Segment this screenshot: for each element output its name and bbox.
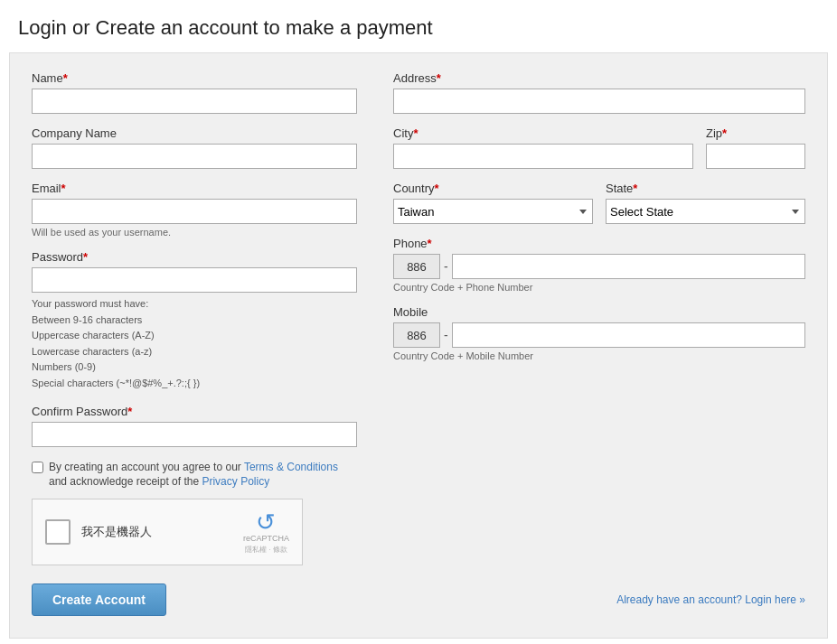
footer-row: Create Account Already have an account? … xyxy=(32,583,805,616)
phone-code-input[interactable]: 886 xyxy=(393,254,440,279)
zip-required: * xyxy=(722,126,727,140)
country-required: * xyxy=(435,182,439,195)
country-state-row: Country* Taiwan United States China Japa… xyxy=(393,182,805,237)
confirm-password-label: Confirm Password* xyxy=(32,405,357,418)
mobile-row: 886 - xyxy=(393,322,805,348)
country-label: Country* xyxy=(393,182,593,195)
recaptcha-footer: 隱私權 · 條款 xyxy=(245,545,287,555)
city-input[interactable] xyxy=(393,144,693,169)
recaptcha-checkbox[interactable] xyxy=(45,519,71,545)
company-label: Company Name xyxy=(32,126,357,140)
create-account-button[interactable]: Create Account xyxy=(32,583,166,616)
right-column: Address* City* Zip* xyxy=(393,71,805,580)
name-required: * xyxy=(63,71,68,85)
email-hint: Will be used as your username. xyxy=(32,227,357,238)
password-rules: Your password must have: Between 9-16 ch… xyxy=(32,296,357,392)
address-label: Address* xyxy=(393,71,805,85)
state-select[interactable]: Select State xyxy=(606,199,805,224)
password-label: Password* xyxy=(32,250,357,264)
address-required: * xyxy=(437,71,441,85)
mobile-hint: Country Code + Mobile Number xyxy=(393,350,805,361)
password-field-group: Password* Your password must have: Betwe… xyxy=(32,250,357,392)
phone-row: 886 - xyxy=(393,254,805,279)
login-link[interactable]: Already have an account? Login here » xyxy=(616,593,805,606)
name-label: Name* xyxy=(32,71,357,85)
page-title: Login or Create an account to make a pay… xyxy=(0,0,837,52)
name-field-group: Name* xyxy=(32,71,357,114)
phone-field-group: Phone* 886 - Country Code + Phone Number xyxy=(393,237,805,293)
phone-label: Phone* xyxy=(393,237,805,250)
password-required: * xyxy=(83,250,88,264)
privacy-link[interactable]: Privacy Policy xyxy=(202,475,269,488)
recaptcha-box[interactable]: 我不是機器人 ↺ reCAPTCHA 隱私權 · 條款 xyxy=(32,499,303,565)
city-zip-row: City* Zip* xyxy=(393,126,805,182)
recaptcha-label: 我不是機器人 xyxy=(81,524,232,540)
terms-checkbox[interactable] xyxy=(32,462,43,473)
phone-hint: Country Code + Phone Number xyxy=(393,282,805,293)
form-columns: Name* Company Name Email* Will be used a… xyxy=(32,71,805,580)
mobile-code-input[interactable]: 886 xyxy=(393,322,440,348)
city-field-group: City* xyxy=(393,126,693,169)
confirm-password-field-group: Confirm Password* xyxy=(32,405,357,447)
name-input[interactable] xyxy=(32,89,357,114)
confirm-required: * xyxy=(127,405,132,418)
recaptcha-icon: ↺ xyxy=(256,510,276,534)
mobile-number-input[interactable] xyxy=(452,322,805,348)
mobile-field-group: Mobile 886 - Country Code + Mobile Numbe… xyxy=(393,305,805,361)
zip-field-group: Zip* xyxy=(706,126,805,169)
state-label: State* xyxy=(606,182,805,195)
company-input[interactable] xyxy=(32,144,357,169)
password-input[interactable] xyxy=(32,267,357,293)
address-input[interactable] xyxy=(393,89,805,114)
zip-label: Zip* xyxy=(706,126,805,140)
address-field-group: Address* xyxy=(393,71,805,114)
phone-number-input[interactable] xyxy=(452,254,805,279)
terms-link[interactable]: Terms & Conditions xyxy=(244,461,338,473)
mobile-label: Mobile xyxy=(393,305,805,319)
phone-dash: - xyxy=(440,259,452,274)
email-label: Email* xyxy=(32,182,357,195)
country-field-group: Country* Taiwan United States China Japa… xyxy=(393,182,593,224)
email-input[interactable] xyxy=(32,199,357,224)
state-field-group: State* Select State xyxy=(606,182,805,224)
form-container: Name* Company Name Email* Will be used a… xyxy=(9,52,828,639)
zip-input[interactable] xyxy=(706,144,805,169)
state-required: * xyxy=(633,182,637,195)
city-label: City* xyxy=(393,126,693,140)
left-column: Name* Company Name Email* Will be used a… xyxy=(32,71,357,580)
terms-label: By creating an account you agree to our … xyxy=(49,460,357,490)
country-select[interactable]: Taiwan United States China Japan xyxy=(393,199,593,224)
recaptcha-brand: reCAPTCHA xyxy=(243,534,289,543)
phone-required: * xyxy=(428,237,432,250)
email-required: * xyxy=(61,182,66,195)
confirm-password-input[interactable] xyxy=(32,422,357,447)
mobile-dash: - xyxy=(440,328,452,342)
recaptcha-logo: ↺ reCAPTCHA 隱私權 · 條款 xyxy=(243,510,289,555)
company-field-group: Company Name xyxy=(32,126,357,169)
terms-checkbox-row: By creating an account you agree to our … xyxy=(32,460,357,490)
email-field-group: Email* Will be used as your username. xyxy=(32,182,357,238)
city-required: * xyxy=(413,126,418,140)
